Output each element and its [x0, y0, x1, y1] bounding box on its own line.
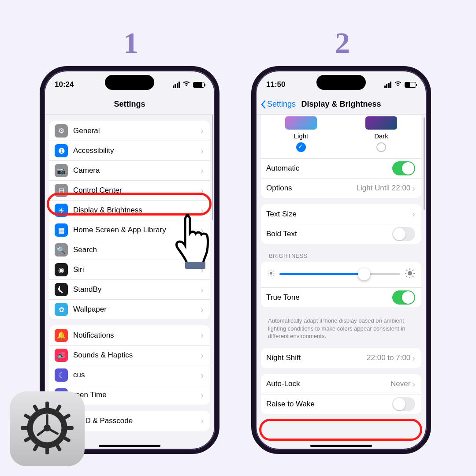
bold-text-label: Bold Text: [266, 230, 392, 238]
chevron-right-icon: ›: [201, 186, 204, 196]
sounds-icon: 🔊: [55, 349, 68, 362]
row-label: cus: [73, 371, 201, 379]
chevron-right-icon: ›: [201, 285, 204, 295]
svg-line-9: [273, 271, 274, 271]
notifications-icon: 🔔: [55, 329, 68, 342]
row-standby[interactable]: ⏾StandBy›: [49, 279, 210, 299]
row-label: Notifications: [73, 331, 201, 340]
svg-line-6: [268, 271, 269, 271]
brightness-slider-row[interactable]: [261, 262, 421, 287]
chevron-right-icon: ›: [201, 390, 204, 400]
camera-icon: 📷: [55, 164, 68, 177]
wifi-icon: [182, 80, 190, 89]
true-tone-footnote: Automatically adapt iPhone display based…: [261, 313, 421, 342]
row-true-tone[interactable]: True Tone: [261, 287, 421, 307]
row-control-center[interactable]: ⊟Control Center›: [49, 180, 210, 200]
brightness-slider[interactable]: [279, 273, 400, 275]
toggle-automatic[interactable]: [392, 161, 415, 175]
chevron-right-icon: ›: [201, 126, 204, 136]
night-shift-label: Night Shift: [266, 353, 367, 362]
row-accessibility[interactable]: ➊Accessibility›: [49, 141, 210, 160]
toggle-true-tone[interactable]: [392, 290, 415, 305]
row-sounds[interactable]: 🔊Sounds & Haptics›: [49, 345, 210, 365]
automatic-label: Automatic: [266, 164, 392, 173]
chevron-right-icon: ›: [201, 305, 204, 315]
chevron-right-icon: ›: [412, 353, 415, 363]
toggle-raise-to-wake[interactable]: [392, 397, 415, 411]
row-label: ce ID & Passcode: [73, 416, 201, 425]
row-wallpaper[interactable]: ✿Wallpaper›: [49, 299, 210, 319]
sun-min-icon: [267, 269, 275, 279]
row-label: StandBy: [73, 285, 201, 294]
row-label: Sounds & Haptics: [73, 351, 201, 360]
gear-icon: ⚙︎: [55, 124, 68, 138]
cellular-icon: [173, 82, 180, 88]
dynamic-island: [316, 75, 366, 90]
battery-icon: [193, 82, 205, 88]
svg-line-8: [268, 275, 269, 276]
row-label: reen Time: [73, 390, 201, 399]
options-label: Options: [266, 184, 356, 193]
true-tone-label: True Tone: [266, 293, 392, 302]
step-number-2: 2: [335, 26, 350, 60]
nav-bar: Settings: [44, 94, 215, 115]
sun-max-icon: [405, 268, 415, 280]
options-value: Light Until 22:00: [356, 184, 410, 193]
svg-point-10: [408, 271, 412, 275]
row-notifications[interactable]: 🔔Notifications›: [49, 325, 210, 345]
svg-line-17: [406, 276, 407, 277]
row-focus[interactable]: ☾cus›: [49, 365, 210, 385]
control-center-icon: ⊟: [55, 184, 68, 197]
row-label: Camera: [73, 166, 201, 175]
appearance-dark[interactable]: Dark: [365, 116, 397, 152]
page-title: Display & Brightness: [301, 100, 381, 109]
wallpaper-icon: ✿: [55, 303, 68, 316]
chevron-right-icon: ›: [201, 350, 204, 361]
row-label: Accessibility: [73, 146, 201, 155]
light-label: Light: [285, 132, 317, 140]
row-label: Control Center: [73, 186, 201, 195]
step-number-1: 1: [123, 26, 138, 60]
row-camera[interactable]: 📷Camera›: [49, 160, 210, 180]
light-thumbnail: [285, 116, 317, 130]
appearance-light[interactable]: Light: [285, 116, 317, 152]
status-time: 11:50: [266, 80, 285, 89]
auto-lock-label: Auto-Lock: [266, 379, 390, 388]
focus-icon: ☾: [55, 368, 68, 382]
brightness-header: BRIGHTNESS: [269, 253, 420, 259]
auto-lock-value: Never: [390, 379, 410, 388]
chevron-right-icon: ›: [412, 209, 415, 219]
row-auto-lock[interactable]: Auto-Lock Never ›: [261, 374, 421, 394]
svg-line-15: [406, 270, 407, 271]
chevron-right-icon: ›: [412, 183, 415, 193]
chevron-right-icon: ›: [201, 370, 204, 380]
chevron-right-icon: ›: [412, 379, 415, 389]
dynamic-island: [105, 75, 154, 90]
row-night-shift[interactable]: Night Shift 22:00 to 7:00 ›: [261, 348, 421, 368]
row-bold-text[interactable]: Bold Text: [261, 224, 421, 244]
svg-line-24: [38, 428, 47, 435]
night-shift-value: 22:00 to 7:00: [367, 353, 410, 362]
siri-icon: ◉: [55, 263, 68, 276]
row-options[interactable]: Options Light Until 22:00 ›: [261, 178, 421, 198]
home-screen-icon: ▦: [55, 223, 68, 237]
row-automatic[interactable]: Automatic: [261, 158, 421, 178]
back-button[interactable]: Settings: [260, 100, 296, 109]
svg-line-7: [273, 275, 274, 276]
page-title: Settings: [114, 100, 145, 109]
row-label: Wallpaper: [73, 305, 201, 314]
scrollbar[interactable]: [424, 117, 425, 210]
search-icon: 🔍: [55, 243, 68, 257]
row-gear[interactable]: ⚙︎General›: [49, 121, 210, 141]
scrollbar[interactable]: [212, 115, 213, 220]
settings-app-icon: [10, 391, 85, 466]
text-size-label: Text Size: [266, 210, 412, 219]
svg-rect-20: [45, 402, 49, 409]
toggle-bold-text[interactable]: [392, 227, 415, 241]
status-time: 10:24: [55, 80, 74, 89]
row-raise-to-wake[interactable]: Raise to Wake: [261, 394, 421, 414]
nav-bar: Settings Display & Brightness: [256, 94, 427, 115]
phone-mockup-2: 11:50 Settings Display & Brightness Ligh…: [251, 66, 431, 454]
row-text-size[interactable]: Text Size ›: [261, 204, 421, 224]
chevron-right-icon: ›: [201, 330, 204, 340]
